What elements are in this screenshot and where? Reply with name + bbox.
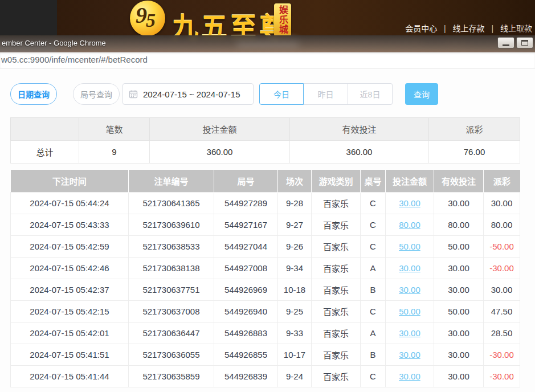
url-text: w05.cc:9900/infe/mcenter/#/betRecord [1,55,148,64]
yesterday-button[interactable]: 昨日 [304,83,348,105]
nav-online-deposit[interactable]: 线上存款 [453,24,485,33]
table-number: B [361,279,386,300]
bet-time: 2024-07-15 05:42:15 [11,300,129,322]
game-type: 百家乐 [312,192,361,214]
payout: -50.00 [484,235,520,257]
round-query-tab[interactable]: 局号查询 [73,83,120,105]
order-number: 521730636447 [129,322,214,344]
bet-amount-link[interactable]: 30.00 [399,328,420,338]
screen: 9 5 九五至尊 娱乐城 会员中心 | 线上存款 | 线上取款 ember Ce… [0,0,535,392]
session: 10-17 [278,344,312,365]
game-type: 百家乐 [312,214,361,235]
payout: 30.00 [484,279,520,300]
maximize-button[interactable] [516,37,533,48]
round-number: 544927044 [214,235,278,257]
bet-amount-link[interactable]: 30.00 [399,198,420,208]
order-number: 521730637008 [129,300,214,322]
nav-separator: | [444,24,446,33]
bet-time: 2024-07-15 05:43:33 [11,214,129,235]
casino-logo-badge: 娱乐城 [274,3,291,36]
round-number: 544927167 [214,214,278,235]
bet-record-table: 下注时间 注单编号 局号 场次 游戏类别 桌号 投注金额 有效投注 派彩 202… [10,170,520,387]
bet-time: 2024-07-15 05:41:44 [11,365,129,387]
session: 9-33 [278,322,312,344]
game-type: 百家乐 [312,365,361,387]
summary-header-blank [11,118,79,141]
table-row: 2024-07-15 05:41:44 521730635859 5449268… [11,365,520,387]
table-row: 2024-07-15 05:44:24 521730641365 5449272… [11,192,520,214]
summary-payout: 76.00 [429,141,520,164]
calendar-icon [129,89,138,99]
table-row: 2024-07-15 05:43:33 521730639610 5449271… [11,214,520,235]
filter-row: 日期查询 局号查询 2024-07-15 ~ 2024-07-15 今日 昨日 … [10,83,520,105]
date-query-tab[interactable]: 日期查询 [10,83,57,105]
round-number: 544927008 [214,257,278,279]
summary-header-row: 笔数 投注金额 有效投注 派彩 [11,118,520,141]
date-range-value: 2024-07-15 ~ 2024-07-15 [143,89,240,99]
game-type: 百家乐 [312,322,361,344]
th-bet-time: 下注时间 [11,170,129,192]
table-row: 2024-07-15 05:42:15 521730637008 5449269… [11,300,520,322]
order-number: 521730636055 [129,344,214,365]
bet-record-page: 日期查询 局号查询 2024-07-15 ~ 2024-07-15 今日 昨日 … [0,68,535,387]
th-order-number: 注单编号 [129,170,214,192]
date-range-input[interactable]: 2024-07-15 ~ 2024-07-15 [122,83,254,105]
window-controls [497,37,533,48]
game-type: 百家乐 [312,257,361,279]
last8days-button[interactable]: 近8日 [348,83,393,105]
order-number: 521730638533 [129,235,214,257]
round-number: 544926839 [214,365,278,387]
minimize-icon [503,44,509,46]
summary-header-count: 笔数 [79,118,150,141]
address-bar[interactable]: w05.cc:9900/infe/mcenter/#/betRecord [0,52,535,68]
window-titlebar[interactable]: ember Center - Google Chrome [0,35,535,52]
minimize-button[interactable] [497,37,514,48]
today-button[interactable]: 今日 [259,83,304,105]
summary-header-payout: 派彩 [429,118,520,141]
order-number: 521730637751 [129,279,214,300]
payout: -30.00 [484,344,520,365]
valid-bet: 80.00 [434,214,484,235]
logo-digit-9: 9 [136,2,147,28]
valid-bet: 50.00 [434,235,484,257]
table-number: C [361,192,386,214]
payout: 80.00 [484,214,520,235]
summary-count: 9 [79,141,150,164]
summary-total-row: 总计 9 360.00 360.00 76.00 [11,141,520,164]
session: 9-24 [278,365,312,387]
session: 10-18 [278,279,312,300]
payout: 30.00 [484,192,520,214]
bet-time: 2024-07-15 05:42:59 [11,235,129,257]
round-number: 544927289 [214,192,278,214]
order-number: 521730639610 [129,214,214,235]
search-button[interactable]: 查询 [405,83,438,105]
bet-amount-link[interactable]: 30.00 [399,350,420,360]
valid-bet: 30.00 [434,365,484,387]
order-number: 521730635859 [129,365,214,387]
bet-amount-link[interactable]: 50.00 [399,242,420,251]
logo-digit-5: 5 [146,10,156,31]
bet-amount-link[interactable]: 50.00 [399,307,420,316]
maximize-icon [521,40,528,46]
logo-95-digits: 9 5 [130,1,165,36]
bet-amount-link[interactable]: 30.00 [399,285,420,295]
bet-table-header-row: 下注时间 注单编号 局号 场次 游戏类别 桌号 投注金额 有效投注 派彩 [11,170,520,192]
th-bet-amount: 投注金额 [386,170,434,192]
summary-header-bet-amount: 投注金额 [150,118,290,141]
quick-range-group: 今日 昨日 近8日 [259,83,393,105]
bet-amount-link[interactable]: 80.00 [399,220,420,230]
bet-amount-link[interactable]: 30.00 [399,371,420,381]
summary-valid-bet: 360.00 [290,141,429,164]
bet-time: 2024-07-15 05:42:37 [11,279,129,300]
session: 9-25 [278,300,312,322]
th-session: 场次 [278,170,312,192]
valid-bet: 30.00 [434,257,484,279]
bet-amount-link[interactable]: 30.00 [399,263,420,273]
order-number: 521730638138 [129,257,214,279]
th-valid-bet: 有效投注 [434,170,484,192]
round-number: 544926940 [214,300,278,322]
summary-bet-amount: 360.00 [150,141,290,164]
nav-member-center[interactable]: 会员中心 [405,24,437,33]
payout: -30.00 [484,365,520,387]
table-row: 2024-07-15 05:42:46 521730638138 5449270… [11,257,520,279]
